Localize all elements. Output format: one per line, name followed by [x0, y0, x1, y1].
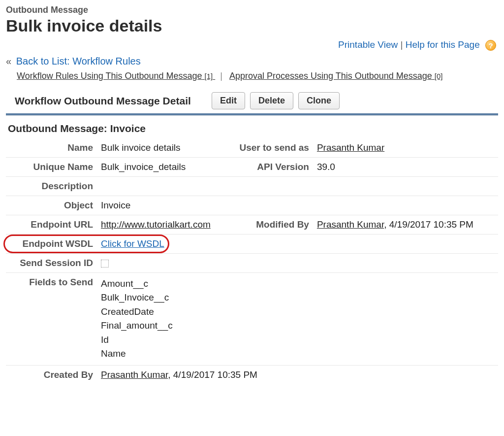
detail-table: Name Bulk invoice details User to send a… — [6, 138, 498, 384]
value-endpoint-wsdl: Click for WSDL — [97, 234, 229, 253]
row-send-session: Send Session ID — [6, 253, 498, 272]
help-for-page-link[interactable]: Help for this Page — [406, 39, 480, 50]
section-header-title: Workflow Outbound Message Detail — [15, 95, 212, 107]
value-modified-by: Prasanth Kumar, 4/19/2017 10:35 PM — [313, 215, 498, 234]
page-title: Bulk invoice details — [6, 16, 498, 35]
field-item: Bulk_Invoice__c — [101, 291, 494, 305]
approval-processes-using-link[interactable]: Approval Processes Using This Outbound M… — [229, 71, 443, 81]
workflow-rules-using-link[interactable]: Workflow Rules Using This Outbound Messa… — [17, 71, 215, 81]
row-fields-to-send: Fields to Send Amount__cBulk_Invoice__cC… — [6, 272, 498, 365]
row-object: Object Invoice — [6, 196, 498, 215]
row-endpoint-url: Endpoint URL http://www.tutorialkart.com… — [6, 215, 498, 234]
help-icon[interactable] — [485, 40, 496, 51]
label-endpoint-wsdl: Endpoint WSDL — [6, 234, 97, 253]
delete-button[interactable]: Delete — [250, 92, 293, 109]
label-modified-by: Modified By — [229, 215, 313, 234]
value-description — [97, 176, 229, 196]
modified-by-date: , 4/19/2017 10:35 PM — [384, 219, 473, 230]
related-links: Workflow Rules Using This Outbound Messa… — [17, 71, 498, 81]
row-endpoint-wsdl: Endpoint WSDL Click for WSDL — [6, 234, 498, 253]
modified-by-user-link[interactable]: Prasanth Kumar — [317, 219, 384, 230]
top-links: Printable View | Help for this Page — [6, 39, 496, 51]
subsection-title: Outbound Message: Invoice — [8, 123, 498, 134]
back-to-list-link[interactable]: Back to List: Workflow Rules — [16, 56, 141, 67]
row-description: Description — [6, 176, 498, 196]
label-fields: Fields to Send — [6, 272, 97, 365]
value-send-session — [97, 253, 229, 272]
field-item: Id — [101, 333, 494, 347]
label-object: Object — [6, 196, 97, 215]
send-session-checkbox-icon — [101, 260, 109, 268]
label-send-session: Send Session ID — [6, 253, 97, 272]
value-endpoint-url: http://www.tutorialkart.com — [97, 215, 229, 234]
value-created-by: Prasanth Kumar, 4/19/2017 10:35 PM — [97, 365, 498, 384]
row-unique-name: Unique Name Bulk_invoice_details API Ver… — [6, 157, 498, 176]
label-api-version: API Version — [229, 157, 313, 176]
label-name: Name — [6, 138, 97, 158]
user-to-send-link[interactable]: Prasanth Kumar — [317, 142, 384, 153]
button-group: Edit Delete Clone — [212, 92, 340, 109]
field-item: CreatedDate — [101, 305, 494, 319]
highlight-annotation: Click for WSDL — [101, 238, 164, 249]
endpoint-url-link[interactable]: http://www.tutorialkart.com — [101, 219, 211, 230]
clone-button[interactable]: Clone — [298, 92, 340, 109]
label-endpoint-url: Endpoint URL — [6, 215, 97, 234]
label-user-to-send: User to send as — [229, 138, 313, 158]
label-description: Description — [6, 176, 97, 196]
field-item: Amount__c — [101, 277, 494, 291]
created-by-date: , 4/19/2017 10:35 PM — [168, 369, 257, 380]
value-object: Invoice — [97, 196, 229, 215]
row-name: Name Bulk invoice details User to send a… — [6, 138, 498, 158]
value-fields: Amount__cBulk_Invoice__cCreatedDateFinal… — [97, 272, 498, 365]
breadcrumb: Outbound Message — [6, 5, 498, 15]
label-unique-name: Unique Name — [6, 157, 97, 176]
divider-bar — [6, 113, 498, 116]
row-created-by: Created By Prasanth Kumar, 4/19/2017 10:… — [6, 365, 498, 384]
field-item: Final_amount__c — [101, 319, 494, 333]
label-created-by: Created By — [6, 365, 97, 384]
field-item: Name — [101, 347, 494, 361]
value-name: Bulk invoice details — [97, 138, 229, 158]
created-by-user-link[interactable]: Prasanth Kumar — [101, 369, 168, 380]
edit-button[interactable]: Edit — [212, 92, 245, 109]
printable-view-link[interactable]: Printable View — [338, 39, 398, 50]
section-header-row: Workflow Outbound Message Detail Edit De… — [15, 92, 498, 109]
value-api-version: 39.0 — [313, 157, 498, 176]
click-for-wsdl-link[interactable]: Click for WSDL — [101, 238, 164, 249]
back-chevron-icon: « — [6, 56, 11, 67]
value-unique-name: Bulk_invoice_details — [97, 157, 229, 176]
value-user-to-send: Prasanth Kumar — [313, 138, 498, 158]
back-row: « Back to List: Workflow Rules — [6, 56, 498, 67]
